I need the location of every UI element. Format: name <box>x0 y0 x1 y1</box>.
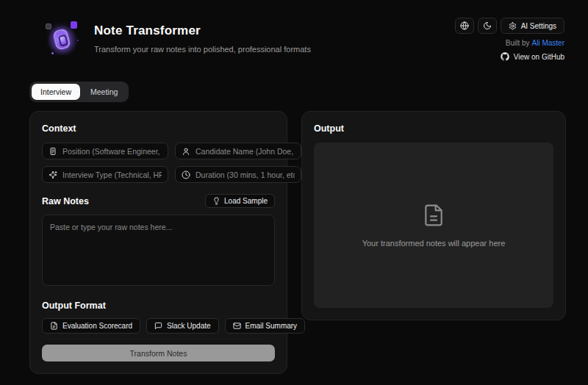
mail-icon <box>233 322 241 330</box>
context-fields <box>42 143 275 183</box>
format-label: Evaluation Scorecard <box>62 322 132 330</box>
transform-notes-button[interactable]: Transform Notes <box>42 345 275 361</box>
ai-settings-label: AI Settings <box>521 22 556 30</box>
duration-field[interactable] <box>175 166 301 183</box>
user-icon <box>182 147 190 156</box>
position-field[interactable] <box>42 143 168 159</box>
position-input[interactable] <box>62 147 162 156</box>
format-evaluation-scorecard-button[interactable]: Evaluation Scorecard <box>42 318 140 334</box>
lightbulb-icon <box>212 197 220 205</box>
built-by: Built byAli Master <box>506 39 564 47</box>
interview-type-input[interactable] <box>62 170 162 179</box>
ai-settings-button[interactable]: AI Settings <box>501 18 564 34</box>
id-card-icon <box>49 147 57 156</box>
candidate-name-field[interactable] <box>175 143 301 159</box>
logo-dot <box>51 52 54 54</box>
file-text-icon <box>422 204 445 227</box>
language-button[interactable] <box>455 18 474 34</box>
duration-input[interactable] <box>196 170 295 179</box>
raw-notes-heading: Raw Notes <box>42 196 89 206</box>
tab-meeting[interactable]: Meeting <box>82 84 126 100</box>
format-label: Slack Update <box>167 322 210 330</box>
context-heading: Context <box>42 123 275 134</box>
output-empty-message: Your transformed notes will appear here <box>362 239 506 248</box>
interview-type-field[interactable] <box>42 166 168 183</box>
clock-icon <box>182 170 190 179</box>
output-heading: Output <box>314 123 553 134</box>
output-format-options: Evaluation Scorecard Slack Update Email … <box>42 318 275 334</box>
gear-icon <box>509 22 517 30</box>
app-header: Note Transformer Transform your raw note… <box>0 0 588 61</box>
built-by-label: Built by <box>506 39 530 47</box>
scorecard-file-icon <box>50 322 58 330</box>
theme-toggle-button[interactable] <box>478 18 497 34</box>
candidate-name-input[interactable] <box>196 147 295 156</box>
context-card: Context <box>29 111 287 374</box>
message-square-icon <box>154 322 162 330</box>
globe-icon <box>460 21 469 30</box>
logo-purple-square <box>71 21 77 29</box>
output-format-heading: Output Format <box>42 301 275 311</box>
load-sample-button[interactable]: Load Sample <box>205 194 275 208</box>
logo-gray-square <box>46 24 51 29</box>
app-logo <box>41 18 84 60</box>
moon-icon <box>483 21 492 30</box>
page-subtitle: Transform your raw notes into polished, … <box>94 45 311 54</box>
format-slack-update-button[interactable]: Slack Update <box>146 318 218 334</box>
logo-dot <box>77 40 79 41</box>
output-empty-state: Your transformed notes will appear here <box>314 143 553 308</box>
built-by-author-link[interactable]: Ali Master <box>532 39 564 47</box>
sparkles-icon <box>49 170 57 179</box>
load-sample-label: Load Sample <box>224 197 268 205</box>
github-link-label: View on GitHub <box>514 53 564 61</box>
page-title: Note Transformer <box>94 24 311 38</box>
tab-interview[interactable]: Interview <box>32 84 80 100</box>
github-icon <box>501 52 509 61</box>
mode-tabs: Interview Meeting <box>29 82 129 102</box>
format-label: Email Summary <box>245 322 298 330</box>
github-link[interactable]: View on GitHub <box>501 52 564 61</box>
format-email-summary-button[interactable]: Email Summary <box>225 318 306 334</box>
output-card: Output Your transformed notes will appea… <box>301 111 566 320</box>
raw-notes-textarea[interactable] <box>42 215 275 286</box>
